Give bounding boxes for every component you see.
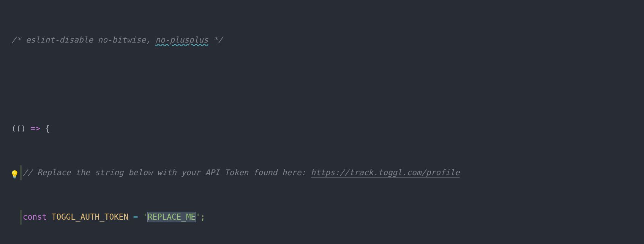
gutter-change-bar (20, 165, 22, 180)
iife-open: (() (11, 124, 31, 133)
code-line[interactable]: /* eslint-disable no-bitwise, no-plusplu… (11, 33, 644, 48)
code-editor[interactable]: /* eslint-disable no-bitwise, no-plusplu… (0, 0, 644, 244)
equals-op: = (133, 212, 138, 222)
comment-text: // Replace the string below with your AP… (23, 168, 460, 177)
lightbulb-icon[interactable]: 💡 (10, 168, 19, 182)
comment-text: /* eslint-disable no-bitwise, no-plusplu… (11, 35, 223, 44)
comment-url: https://track.toggl.com/profile (311, 168, 460, 177)
code-line[interactable]: 💡// Replace the string below with your A… (11, 165, 644, 180)
keyword-const: const (23, 212, 47, 222)
lint-squiggle: no-plusplus (155, 35, 208, 44)
code-line-blank[interactable] (11, 77, 644, 92)
string-literal: 'REPLACE_ME'; (138, 212, 205, 222)
brace: { (40, 124, 50, 133)
code-line[interactable]: const TOGGL_AUTH_TOKEN = 'REPLACE_ME'; (11, 210, 644, 225)
text-selection[interactable]: REPLACE_ME (148, 212, 196, 222)
const-identifier: TOGGL_AUTH_TOKEN (47, 212, 133, 222)
arrow-op: => (31, 124, 40, 133)
gutter-change-bar (20, 210, 22, 225)
code-line[interactable]: (() => { (11, 121, 644, 136)
